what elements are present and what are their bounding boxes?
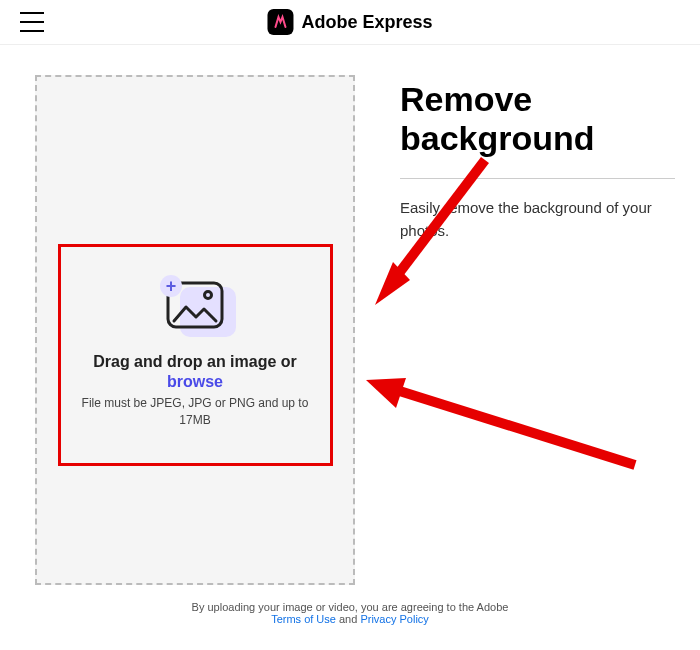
brand: Adobe Express	[267, 9, 432, 35]
divider	[400, 178, 675, 179]
page-title: Remove background	[400, 80, 675, 158]
brand-name: Adobe Express	[301, 12, 432, 33]
adobe-express-logo-icon	[267, 9, 293, 35]
page-subtitle: Easily remove the background of your pho…	[400, 197, 675, 242]
browse-link[interactable]: browse	[167, 373, 223, 391]
file-hint: File must be JPEG, JPG or PNG and up to …	[81, 395, 310, 429]
upload-dropzone[interactable]: + Drag and drop an image or browse File …	[35, 75, 355, 585]
info-panel: Remove background Easily remove the back…	[400, 75, 675, 585]
content: + Drag and drop an image or browse File …	[0, 45, 700, 595]
svg-point-1	[205, 292, 212, 299]
header: Adobe Express	[0, 0, 700, 45]
dropzone-highlight: + Drag and drop an image or browse File …	[58, 244, 333, 466]
drop-title: Drag and drop an image or	[93, 353, 297, 371]
terms-link[interactable]: Terms of Use	[271, 613, 336, 625]
menu-icon[interactable]	[20, 12, 44, 32]
privacy-link[interactable]: Privacy Policy	[360, 613, 428, 625]
footer-text: By uploading your image or video, you ar…	[192, 601, 509, 613]
image-upload-icon: +	[166, 281, 224, 333]
footer-and: and	[336, 613, 360, 625]
footer: By uploading your image or video, you ar…	[0, 601, 700, 625]
